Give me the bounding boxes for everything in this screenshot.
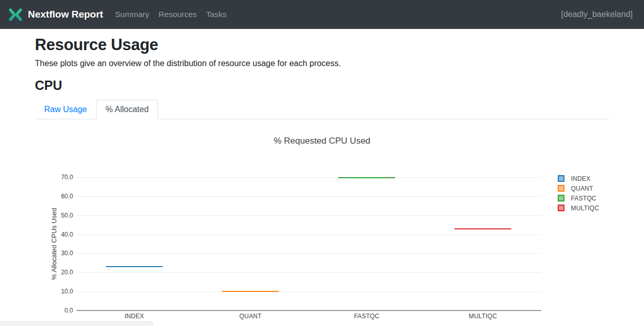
ytick-label-0: 0.0 [51,307,73,314]
legend-swatch-index [558,175,564,182]
box-trace-fastqc[interactable] [338,177,395,178]
page-title: Resource Usage [35,36,609,54]
legend-label-multiqc: MULTIQC [571,205,600,212]
ytick-label-70: 70.0 [51,174,73,181]
section-heading-cpu: CPU [35,78,609,93]
top-navbar: Nextflow Report SummaryResourcesTasks [d… [0,0,644,29]
nextflow-logo-icon [8,8,23,22]
legend-item-index[interactable]: INDEX [558,174,591,183]
brand-link[interactable]: Nextflow Report [8,8,103,22]
tab-pct-allocated[interactable]: % Allocated [96,100,158,119]
page-subtitle: These plots give an overview of the dist… [35,59,609,68]
gridline-y-60 [76,196,541,197]
xtick-label-quant: QUANT [219,313,281,320]
xtick-label-index: INDEX [103,313,165,320]
ytick-label-50: 50.0 [51,212,73,219]
gridline-y-20 [76,272,541,273]
box-trace-quant[interactable] [222,291,279,292]
legend-item-quant[interactable]: QUANT [558,183,593,193]
legend-item-multiqc[interactable]: MULTIQC [558,203,600,213]
gridline-y-10 [76,291,541,292]
legend-swatch-quant [558,185,564,192]
cpu-tab-bar: Raw Usage% Allocated [35,100,609,119]
nav-tasks[interactable]: Tasks [201,6,231,23]
legend-label-fastqc: FASTQC [571,195,596,202]
legend-label-quant: QUANT [571,185,593,192]
box-trace-multiqc[interactable] [454,228,511,229]
gridline-y-30 [76,253,541,254]
chart-title: % Requested CPU Used [35,136,609,146]
gridline-y-70 [76,177,541,178]
gridline-y-40 [76,235,541,235]
ytick-label-20: 20.0 [51,269,73,276]
main-content: Resource Usage These plots give an overv… [35,36,609,326]
nav-summary[interactable]: Summary [111,6,154,23]
legend-swatch-fastqc [558,195,564,201]
x-axis-line [76,310,541,311]
cpu-allocated-chart: % Requested CPU Used % Allocated CPUs Us… [35,130,609,326]
legend-swatch-multiqc [558,205,564,211]
ytick-label-60: 60.0 [51,193,73,200]
xtick-label-fastqc: FASTQC [336,313,398,320]
xtick-label-multiqc: MULTIQC [452,313,514,320]
ytick-label-30: 30.0 [51,250,73,257]
run-name-badge: [deadly_baekeland] [561,10,636,19]
tab-raw-usage[interactable]: Raw Usage [35,100,97,119]
navbar-links: SummaryResourcesTasks [111,6,231,23]
legend-label-index: INDEX [571,175,591,182]
box-trace-index[interactable] [106,266,163,267]
gridline-y-50 [76,215,541,216]
legend-item-fastqc[interactable]: FASTQC [558,193,596,203]
browser-status-bubble [0,321,153,326]
ytick-label-40: 40.0 [51,231,73,238]
brand-title: Nextflow Report [28,9,103,20]
ytick-label-10: 10.0 [51,288,73,295]
nav-resources[interactable]: Resources [154,6,201,23]
